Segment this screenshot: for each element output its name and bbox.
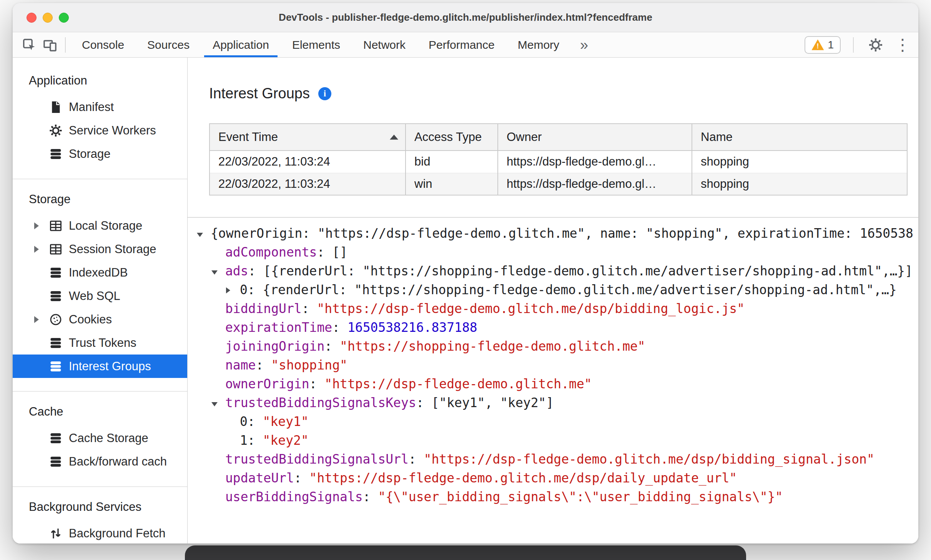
collapse-triangle-icon[interactable] [196,224,211,243]
table-cell: bid [406,151,498,173]
tree-line[interactable]: expirationTime: 1650538216.837188 [196,318,918,337]
tree-line[interactable]: biddingUrl: "https://dsp-fledge-demo.gli… [196,299,918,318]
sidebar-item-storage[interactable]: Storage [13,142,187,166]
json-string: "https://dsp-fledge-demo.glitch.me" [324,376,592,391]
column-header-label: Owner [507,130,542,144]
json-plain: : [309,376,325,391]
toolbar-right: ! 1 ⋮ [805,35,912,55]
database-icon [48,146,63,162]
tree-line[interactable]: 0: {renderUrl: "https://shopping-fledge-… [196,280,918,299]
database-icon [48,288,63,304]
column-header-owner[interactable]: Owner [498,124,692,151]
chevron-right-icon[interactable] [34,316,48,323]
sidebar-item-label: Back/forward cach [69,455,167,469]
sidebar-item-label: Cache Storage [69,431,148,445]
device-toolbar-icon[interactable] [40,35,60,55]
tree-line[interactable]: updateUrl: "https://dsp-fledge-demo.glit… [196,469,918,487]
chevron-right-icon[interactable] [34,246,48,253]
inspect-cursor-icon[interactable] [19,35,40,55]
sidebar-item-cookies[interactable]: Cookies [13,308,187,331]
sidebar-item-label: Trust Tokens [69,336,136,350]
tree-line[interactable]: joiningOrigin: "https://shopping-fledge-… [196,337,918,356]
table-cell: https://dsp-fledge-demo.gl… [498,151,692,173]
json-plain: {ownerOrigin: "https://dsp-fledge-demo.g… [211,226,913,241]
window-close-button[interactable] [27,13,37,23]
json-string: "https://dsp-fledge-demo.glitch.me/dsp/b… [317,301,745,316]
collapse-triangle-icon[interactable] [211,393,225,412]
table-cell: win [406,173,498,195]
json-string: "key2" [263,433,309,448]
sidebar-item-cache-storage[interactable]: Cache Storage [13,426,187,450]
json-plain: : [409,452,424,467]
json-number: 1650538216.837188 [347,320,477,335]
tree-line[interactable]: trustedBiddingSignalsKeys: ["key1", "key… [196,393,918,412]
database-icon [48,335,63,351]
sidebar-item-local-storage[interactable]: Local Storage [13,214,187,237]
info-icon[interactable]: i [318,87,331,100]
sidebar-item-label: Web SQL [69,289,120,303]
json-name: joiningOrigin [225,339,324,354]
database-icon [48,265,63,280]
json-string: "https://dsp-fledge-demo.glitch.me/dsp/b… [424,452,874,467]
tree-line[interactable]: name: "shopping" [196,356,918,374]
json-plain: : [332,320,347,335]
table-icon [48,242,63,257]
window-minimize-button[interactable] [43,13,53,23]
warnings-badge[interactable]: ! 1 [805,36,841,54]
json-name: name [225,358,256,373]
sidebar-item-session-storage[interactable]: Session Storage [13,237,187,261]
sort-ascending-icon [390,135,398,140]
tab-application[interactable]: Application [201,32,281,57]
tab-console[interactable]: Console [70,32,136,57]
table-header-row: Event TimeAccess TypeOwnerName [209,124,907,151]
table-icon [48,218,63,234]
window-zoom-button[interactable] [59,13,69,23]
sidebar-item-interest-groups[interactable]: Interest Groups [13,355,187,378]
sidebar-item-web-sql[interactable]: Web SQL [13,284,187,308]
column-header-label: Name [701,130,733,144]
table-row[interactable]: 22/03/2022, 11:03:24winhttps://dsp-fledg… [209,173,907,195]
more-tabs-icon[interactable]: » [571,33,597,56]
settings-gear-icon[interactable] [866,35,885,55]
column-header-access-type[interactable]: Access Type [406,124,498,151]
sidebar-item-background-fetch[interactable]: Background Fetch [13,522,187,543]
column-header-label: Access Type [414,130,482,144]
sidebar-item-trust-tokens[interactable]: Trust Tokens [13,331,187,355]
column-header-event-time[interactable]: Event Time [209,124,406,151]
tab-memory[interactable]: Memory [506,32,571,57]
sidebar-item-back-forward-cach[interactable]: Back/forward cach [13,450,187,473]
tree-line[interactable]: adComponents: [] [196,243,918,262]
tree-line[interactable]: ads: [{renderUrl: "https://shopping-fled… [196,262,918,280]
tab-sources[interactable]: Sources [136,32,201,57]
tree-line[interactable]: {ownerOrigin: "https://dsp-fledge-demo.g… [196,224,918,243]
json-string: "https://shopping-fledge-demo.glitch.me" [340,339,645,354]
column-header-name[interactable]: Name [692,124,907,151]
sidebar-item-label: Cookies [69,313,112,326]
chevron-right-icon[interactable] [34,222,48,229]
sidebar-item-indexeddb[interactable]: IndexedDB [13,261,187,284]
tab-elements[interactable]: Elements [281,32,352,57]
tree-line[interactable]: userBiddingSignals: "{\"user_bidding_sig… [196,487,918,506]
tree-line[interactable]: 0: "key1" [196,412,918,431]
json-plain: : ["key1", "key2"] [416,395,554,410]
tab-network[interactable]: Network [352,32,417,57]
sidebar-item-manifest[interactable]: Manifest [13,95,187,119]
tree-line[interactable]: 1: "key2" [196,431,918,450]
sidebar-item-label: Session Storage [69,242,156,256]
dock [185,545,746,560]
sidebar-item-label: Local Storage [69,219,142,233]
json-plain: : [{renderUrl: "https://shopping-fledge-… [248,263,913,278]
traffic-lights [27,3,69,32]
more-options-kebab-icon[interactable]: ⋮ [893,35,912,55]
table-row[interactable]: 22/03/2022, 11:03:24bidhttps://dsp-fledg… [209,151,907,173]
sidebar-section-storage: Storage [13,190,187,209]
sidebar-item-service-workers[interactable]: Service Workers [13,119,187,142]
tab-performance[interactable]: Performance [417,32,506,57]
tree-line[interactable]: ownerOrigin: "https://dsp-fledge-demo.gl… [196,374,918,393]
expand-triangle-icon[interactable] [225,280,240,299]
json-name: expirationTime [225,320,332,335]
table-cell: shopping [692,173,907,195]
sidebar-section-application: Application [13,71,187,90]
tree-line[interactable]: trustedBiddingSignalsUrl: "https://dsp-f… [196,450,918,469]
collapse-triangle-icon[interactable] [211,262,225,280]
